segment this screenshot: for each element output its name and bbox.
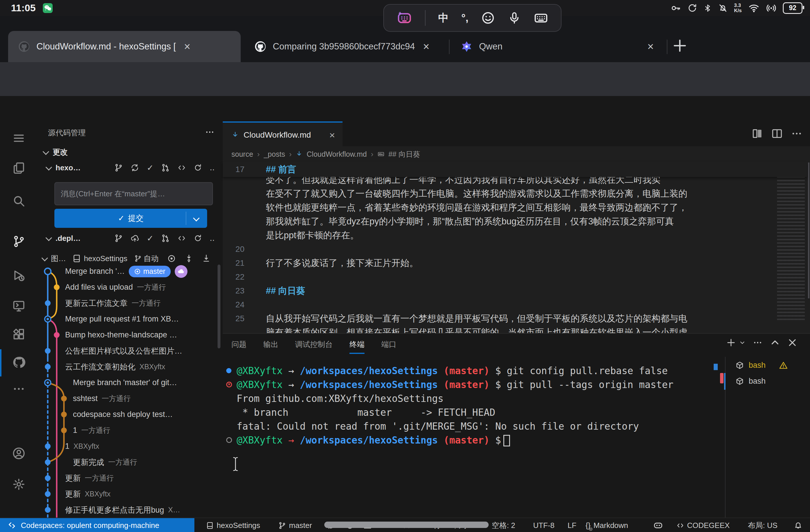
ai-keyboard-icon[interactable] bbox=[396, 10, 412, 26]
code-line[interactable]: 20 bbox=[223, 242, 775, 256]
status-indent[interactable]: 空格: 2 bbox=[492, 518, 515, 532]
browser-tab-qwen[interactable]: Qwen × bbox=[451, 31, 662, 62]
ime-punctuation-toggle[interactable]: °, bbox=[461, 12, 468, 24]
tab-close-icon[interactable]: × bbox=[423, 40, 429, 53]
status-encoding[interactable]: UTF-8 bbox=[533, 518, 554, 532]
code-line[interactable]: 在受不了了就又购入了一台破晓四作为工作电脑。这样将我的游戏需求以及工作需求彻底分… bbox=[223, 187, 775, 201]
sidebar-scrollbar[interactable] bbox=[217, 265, 221, 348]
pull-icon[interactable] bbox=[202, 254, 211, 263]
terminal-output[interactable]: @XBXyftx → /workspaces/hexoSettings (mas… bbox=[226, 364, 674, 447]
microphone-icon[interactable] bbox=[508, 11, 521, 24]
browser-tab-active[interactable]: CloudWorkflow.md - hexoSettings [ × bbox=[8, 31, 241, 62]
code-icon[interactable] bbox=[177, 163, 186, 172]
status-repo[interactable]: hexoSettings bbox=[206, 518, 260, 532]
breadcrumb-item[interactable]: source bbox=[231, 150, 253, 159]
minimap[interactable] bbox=[777, 163, 805, 321]
commit-row[interactable]: 公告栏图片样式以及公告栏图片… bbox=[37, 343, 223, 359]
more-actions-icon[interactable]: ‥ bbox=[210, 234, 215, 243]
branch-icon[interactable] bbox=[114, 163, 123, 172]
status-language[interactable]: {} Markdown bbox=[585, 518, 628, 532]
commit-row[interactable]: 1一方通行 bbox=[37, 422, 223, 438]
editor-tab-close-icon[interactable]: × bbox=[329, 130, 335, 141]
commit-dropdown-chevron[interactable] bbox=[193, 215, 199, 221]
tab-terminal[interactable]: 终端 bbox=[350, 334, 364, 355]
panel-more-icon[interactable] bbox=[753, 338, 763, 348]
commit-button[interactable]: ✓ 提交 bbox=[54, 209, 207, 228]
commit-row[interactable]: 1XBXyftx bbox=[37, 438, 223, 454]
status-keyboard-layout[interactable]: 布局: US bbox=[748, 518, 778, 532]
commit-row[interactable]: 更新云工作流文章一方通行 bbox=[37, 295, 223, 311]
editor-scrollbar[interactable] bbox=[808, 163, 809, 298]
browser-tab-comparing[interactable]: Comparing 3b959860bcecf773dc94 × bbox=[244, 31, 447, 62]
branch-badge-master[interactable]: master bbox=[129, 266, 171, 277]
commit-row[interactable]: 云工作流文章初始化XBXyftx bbox=[37, 359, 223, 375]
keyboard-icon[interactable] bbox=[534, 11, 548, 25]
maximize-panel-icon[interactable] bbox=[770, 338, 780, 348]
breadcrumb-item[interactable]: CloudWorkflow.md bbox=[307, 150, 367, 159]
refresh-icon[interactable] bbox=[194, 163, 202, 172]
pull-request-icon[interactable] bbox=[161, 234, 170, 243]
more-views-icon[interactable] bbox=[12, 382, 26, 396]
emoji-icon[interactable] bbox=[481, 11, 495, 25]
status-notifications[interactable] bbox=[794, 518, 803, 532]
changes-section-header[interactable]: 更改 bbox=[37, 144, 223, 160]
cloud-upload-icon[interactable] bbox=[130, 234, 139, 243]
sync-icon[interactable] bbox=[130, 163, 139, 172]
commit-row[interactable]: 更新完成一方通行 bbox=[37, 454, 223, 470]
commit-row[interactable]: 更新一方通行 bbox=[37, 470, 223, 486]
commit-check-icon[interactable]: ✓ bbox=[147, 234, 153, 243]
commit-row[interactable]: Add files via upload一方通行 bbox=[37, 279, 223, 295]
tab-close-icon[interactable]: × bbox=[647, 40, 654, 53]
commit-row[interactable]: codespace ssh deploy test… bbox=[37, 406, 223, 422]
explorer-icon[interactable] bbox=[12, 161, 26, 174]
tab-debug-console[interactable]: 调试控制台 bbox=[295, 334, 333, 355]
breadcrumb-item[interactable]: ## 向日葵 bbox=[389, 149, 420, 159]
commit-row[interactable]: Merge branch '…master bbox=[37, 263, 223, 279]
editor-code-area[interactable]: 受不了。但我就是这样背着他俩上了一年学，不过因为我有自行车所以其实还好，虽然在大… bbox=[223, 173, 775, 339]
commit-row[interactable]: 修正手机更多栏点击无用bugX… bbox=[37, 502, 223, 518]
run-debug-icon[interactable] bbox=[12, 269, 26, 282]
breadcrumb-item[interactable]: _posts bbox=[264, 150, 285, 159]
new-tab-button[interactable] bbox=[672, 37, 688, 54]
remote-indicator[interactable]: Codespaces: opulent computing-machine bbox=[0, 518, 194, 532]
pull-request-icon[interactable] bbox=[161, 163, 170, 172]
terminal-list-item-bash[interactable]: bash bbox=[729, 358, 810, 373]
repo-row-hexo[interactable]: hexo… ✓ ‥ bbox=[37, 160, 223, 176]
commit-row[interactable]: 更新XBXyftx bbox=[37, 486, 223, 502]
code-line[interactable]: 23## 向日葵 bbox=[223, 284, 775, 298]
code-line[interactable]: 软件也就能更纯粹一点，省着某些奇妙的环境问题在游戏和程序之间互相影响，最终导致两… bbox=[223, 201, 775, 215]
commit-row[interactable]: Bump hexo-theme-landscape … bbox=[37, 327, 223, 343]
terminal-dropdown-chevron[interactable] bbox=[740, 340, 745, 346]
editor-more-icon[interactable] bbox=[791, 128, 803, 139]
terminal-list-item-bash[interactable]: bash bbox=[729, 373, 810, 389]
status-codegeex[interactable]: CODEGEEX bbox=[676, 518, 730, 532]
fetch-icon[interactable] bbox=[184, 254, 193, 263]
branch-icon[interactable] bbox=[114, 234, 123, 243]
tab-output[interactable]: 输出 bbox=[263, 334, 278, 355]
code-line[interactable]: 22 bbox=[223, 270, 775, 284]
remote-explorer-icon[interactable] bbox=[12, 299, 26, 313]
status-branch[interactable]: master bbox=[278, 518, 312, 532]
tab-ports[interactable]: 端口 bbox=[381, 334, 396, 355]
code-line[interactable]: 21行了不多说废话了，接下来正片开始。 bbox=[223, 256, 775, 270]
tab-close-icon[interactable]: × bbox=[184, 40, 190, 53]
commit-check-icon[interactable]: ✓ bbox=[147, 163, 153, 172]
repo-row-deploy[interactable]: .depl… ✓ ‥ bbox=[37, 230, 223, 246]
commit-row[interactable]: Merge branch 'master' of git… bbox=[37, 375, 223, 390]
sticky-scroll-header[interactable]: 17 ## 前言 bbox=[223, 162, 807, 177]
code-line[interactable]: 是比ppt都卡顿的存在。 bbox=[223, 229, 775, 242]
account-icon[interactable] bbox=[12, 447, 26, 460]
source-control-icon[interactable] bbox=[12, 235, 26, 248]
commit-message-input[interactable]: 消息(Ctrl+Enter 在“master”提… bbox=[54, 182, 213, 205]
code-line[interactable]: 那我就炸缸了。毕竟dyz在py的小学期时，那“散点图”的系统bug还历历在目，仅… bbox=[223, 215, 775, 229]
extensions-icon[interactable] bbox=[12, 328, 26, 341]
code-line[interactable]: 25自从我开始写代码之后我就一直有一个梦想就是用平板写代码，但受制于平板的系统以… bbox=[223, 312, 775, 326]
editor-tab-active[interactable]: CloudWorkflow.md × bbox=[223, 121, 342, 148]
ime-language-toggle[interactable]: 中 bbox=[438, 11, 449, 25]
sidebar-more-icon[interactable] bbox=[205, 127, 215, 137]
status-copilot[interactable] bbox=[653, 518, 663, 532]
target-icon[interactable] bbox=[167, 254, 176, 263]
code-icon[interactable] bbox=[177, 234, 186, 243]
breadcrumbs[interactable]: source› _posts› CloudWorkflow.md› ## 向日葵 bbox=[223, 146, 810, 162]
commit-row[interactable]: Merge pull request #1 from XB… bbox=[37, 311, 223, 327]
